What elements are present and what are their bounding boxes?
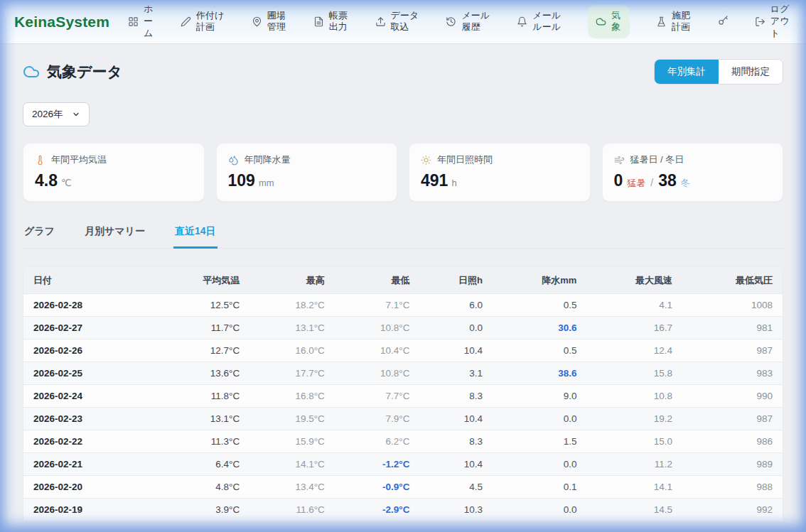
droplets-icon [228,155,239,165]
table-cell: 988 [682,476,783,499]
table-row[interactable]: 2026-02-2612.7°C16.0°C10.4°C10.40.512.49… [23,340,783,362]
stat-card-label: 年間平均気温 [51,153,107,166]
table-cell: 0.0 [493,453,586,476]
table-cell: 10.4°C [335,340,420,362]
table-cell: 0.5 [493,294,586,317]
column-header[interactable]: 最大風速 [586,267,682,294]
nav-item[interactable]: 圃場管理 [252,10,287,34]
history-icon [446,16,456,27]
stat-card-header: 年間日照時間 [421,153,579,166]
cloud-icon [23,63,40,80]
table-row[interactable]: 2026-02-2211.3°C15.9°C6.2°C8.31.515.0986 [23,430,783,453]
table-cell: 8.3 [419,430,493,453]
table-cell: 8.3 [419,385,493,408]
page-title-text: 気象データ [47,62,122,82]
stat-value-part: 491 [421,171,448,190]
stat-value-part: 猛暑 [627,177,645,190]
table-cell: 10.4 [419,408,493,430]
column-header[interactable]: 最低気圧 [682,267,783,294]
column-header[interactable]: 最高 [249,267,335,294]
column-header[interactable]: 日付 [23,267,168,294]
view-toggle: 年別集計期間指定 [654,59,783,85]
nav-item[interactable]: メール履歴 [446,10,490,34]
nav-item[interactable]: 作付け計画 [181,10,225,34]
stat-card: 年間降水量109mm [216,143,398,202]
brand-logo[interactable]: KeinaSystem [14,13,109,31]
table-row[interactable]: 2026-02-216.4°C14.1°C-1.2°C10.40.011.298… [23,453,783,476]
table-cell: 11.3°C [168,430,249,453]
stat-card-label: 年間降水量 [245,153,291,166]
table-cell: 983 [682,362,783,385]
table-row[interactable]: 2026-02-204.8°C13.4°C-0.9°C4.50.114.1988 [23,476,783,499]
table-cell: 4.1 [586,294,682,317]
table-cell: 11.8°C [168,385,249,408]
stat-value-part: 冬 [681,177,690,190]
table-row[interactable]: 2026-02-2812.5°C18.2°C7.1°C6.00.54.11008 [23,294,783,317]
key-button[interactable] [718,15,729,28]
table-cell: 6.4°C [168,453,249,476]
table-cell: 17.7°C [249,362,335,385]
table-row[interactable]: 2026-02-2711.7°C13.1°C10.8°C0.030.616.79… [23,317,783,340]
table-cell: 2026-02-19 [23,499,168,521]
nav-item-active[interactable]: 気象 [588,5,630,39]
table-cell: 2026-02-24 [23,385,168,408]
table-cell: 16.7 [586,317,682,340]
table-cell: 13.1°C [249,317,335,340]
nav-item[interactable]: 帳票出力 [313,10,349,34]
table-cell: 11.6°C [249,499,335,521]
tab-active[interactable]: 直近14日 [173,221,217,249]
table-row[interactable]: 2026-02-2411.8°C16.8°C7.7°C8.39.010.8990 [23,385,783,408]
table-row[interactable]: 2026-02-193.9°C11.6°C-2.9°C10.30.014.599… [23,499,783,521]
nav-item-label: メール履歴 [461,10,490,34]
table-cell: 6.0 [419,294,493,317]
table-cell: 990 [682,385,783,408]
table-cell: 10.8 [586,385,682,408]
nav-item-label: メールルール [532,10,561,34]
table-cell: 30.6 [493,317,586,340]
page-title: 気象データ [23,62,122,82]
page-head: 気象データ 年別集計期間指定 [23,59,783,85]
stat-cards: 年間平均気温4.8℃年間降水量109mm年間日照時間491h猛暑日 / 冬日0猛… [23,143,783,202]
table-header: 日付平均気温最高最低日照h降水mm最大風速最低気圧 [23,267,783,294]
map-pin-icon [252,16,262,27]
table-body: 2026-02-2812.5°C18.2°C7.1°C6.00.54.11008… [23,294,783,521]
table-cell: 12.4 [586,340,682,362]
key-icon [718,15,729,28]
stat-card-header: 年間平均気温 [35,153,193,166]
table-cell: 986 [682,430,783,453]
column-header[interactable]: 最低 [335,267,420,294]
column-header[interactable]: 平均気温 [168,267,249,294]
table-cell: 4.5 [419,476,493,499]
tab-item[interactable]: 月別サマリー [83,221,146,249]
table-cell: 12.5°C [168,294,249,317]
nav-item[interactable]: データ取込 [375,10,420,34]
column-header[interactable]: 降水mm [493,267,586,294]
nav-item[interactable]: 施肥計画 [656,10,692,34]
stat-card-value: 0猛暑/38冬 [614,171,772,190]
nav-item[interactable]: ホーム [128,4,154,40]
tab-item[interactable]: グラフ [23,221,56,249]
view-toggle-active[interactable]: 年別集計 [655,60,719,84]
logout-icon [755,16,765,27]
logout-label: ログアウト [770,4,790,40]
table-cell: 3.9°C [168,499,249,521]
nav-item[interactable]: メールルール [517,10,561,34]
view-toggle-inactive[interactable]: 期間指定 [719,60,783,84]
stat-value-part: ℃ [61,178,72,188]
pencil-icon [181,16,191,27]
table-row[interactable]: 2026-02-2313.1°C19.5°C7.9°C10.40.019.298… [23,408,783,430]
weather-table-wrap: 日付平均気温最高最低日照h降水mm最大風速最低気圧 2026-02-2812.5… [23,266,783,521]
column-header[interactable]: 日照h [419,267,493,294]
table-cell: 981 [682,317,783,340]
table-cell: 10.4 [419,340,493,362]
stat-card: 猛暑日 / 冬日0猛暑/38冬 [602,143,784,202]
logout-button[interactable]: ログアウト [755,4,790,40]
stat-card-value: 4.8℃ [35,171,193,190]
table-cell: 13.4°C [249,476,335,499]
year-select[interactable]: 2026年 [23,102,90,126]
table-row[interactable]: 2026-02-2513.6°C17.7°C10.8°C3.138.615.89… [23,362,783,385]
table-cell: 7.7°C [335,385,420,408]
table-cell: 0.0 [493,408,586,430]
stat-card-label: 年間日照時間 [437,153,493,166]
table-cell: 0.0 [419,317,493,340]
